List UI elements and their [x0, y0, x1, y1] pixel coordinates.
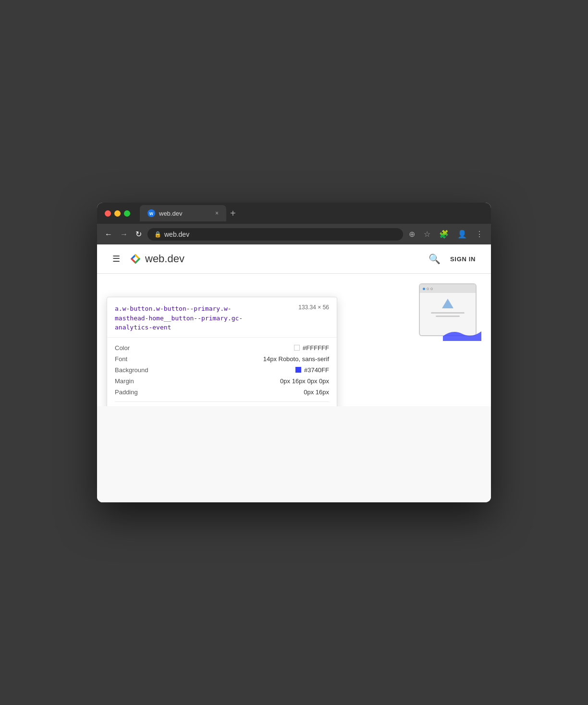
color-value: #FFFFFF [294, 344, 329, 352]
refresh-button[interactable]: ↻ [134, 228, 144, 241]
tooltip-padding-row: Padding 0px 16px [115, 387, 329, 398]
tooltip-margin-row: Margin 0px 16px 0px 0px [115, 376, 329, 387]
svg-text:w: w [149, 211, 153, 216]
tab-title: web.dev [159, 210, 211, 217]
mini-line-1 [431, 312, 465, 314]
extensions-icon[interactable]: 🧩 [437, 228, 451, 241]
mini-dot-2 [427, 288, 429, 290]
tooltip-font-row: Font 14px Roboto, sans-serif [115, 353, 329, 365]
tab-favicon: w [147, 209, 155, 217]
tooltip-popup: a.w-button.w-button--primary.w-masthead-… [107, 297, 337, 406]
lock-icon: 🔒 [154, 231, 161, 238]
site-logo: web.dev [128, 252, 184, 266]
tooltip-dimensions: 133.34 × 56 [298, 304, 329, 311]
mini-browser-content [420, 293, 476, 321]
margin-value: 0px 16px 0px 0px [280, 377, 329, 385]
tooltip-color-row: Color #FFFFFF [115, 342, 329, 353]
background-label: Background [115, 366, 148, 374]
back-button[interactable]: ← [103, 228, 114, 241]
mini-dot-1 [423, 288, 425, 290]
hero-image [419, 283, 481, 341]
accessibility-label: ACCESSIBILITY [115, 406, 329, 406]
forward-button[interactable]: → [118, 228, 130, 241]
toolbar-icons: ⊕ ☆ 🧩 👤 ⋮ [407, 228, 485, 241]
hero-wave [443, 327, 481, 341]
browser-window: w web.dev × + ← → ↻ 🔒 web.dev ⊕ ☆ 🧩 👤 ⋮ [97, 203, 491, 502]
menu-icon[interactable]: ⋮ [474, 228, 485, 241]
bottom-area [97, 406, 491, 502]
bookmark-icon[interactable]: ☆ [422, 228, 432, 241]
search-icon[interactable]: 🔍 [429, 253, 441, 265]
tooltip-background-row: Background #3740FF [115, 365, 329, 376]
active-tab[interactable]: w web.dev × [140, 205, 226, 221]
tooltip-divider [115, 401, 329, 402]
tooltip-header: a.w-button.w-button--primary.w-masthead-… [107, 297, 337, 338]
hero-section: re of your own nd analysis [97, 274, 491, 406]
padding-value: 0px 16px [304, 389, 329, 396]
margin-label: Margin [115, 377, 134, 385]
color-swatch-white [294, 345, 300, 351]
font-label: Font [115, 355, 127, 363]
website-content: ☰ web.dev 🔍 SIGN IN [97, 244, 491, 502]
hamburger-icon[interactable]: ☰ [112, 254, 120, 264]
traffic-lights [105, 210, 130, 217]
font-value: 14px Roboto, sans-serif [263, 355, 329, 363]
site-header-left: ☰ web.dev [112, 252, 184, 266]
minimize-button[interactable] [114, 210, 121, 217]
maximize-button[interactable] [124, 210, 130, 217]
tab-close-icon[interactable]: × [215, 210, 219, 217]
tooltip-body: Color #FFFFFF Font 14px Roboto, sans-ser… [107, 338, 337, 406]
browser-titlebar: w web.dev × + [97, 203, 491, 224]
site-header: ☰ web.dev 🔍 SIGN IN [97, 244, 491, 274]
tooltip-selector: a.w-button.w-button--primary.w-masthead-… [115, 304, 259, 332]
background-value: #3740FF [295, 366, 329, 374]
mini-browser-bar [420, 284, 476, 293]
zoom-icon[interactable]: ⊕ [407, 228, 417, 241]
padding-label: Padding [115, 389, 138, 396]
address-bar[interactable]: 🔒 web.dev [147, 228, 403, 241]
browser-toolbar: ← → ↻ 🔒 web.dev ⊕ ☆ 🧩 👤 ⋮ [97, 224, 491, 244]
new-tab-button[interactable]: + [230, 208, 236, 219]
tab-bar: w web.dev × + [140, 205, 483, 221]
sign-in-button[interactable]: SIGN IN [450, 255, 476, 263]
profile-icon[interactable]: 👤 [455, 228, 469, 241]
logo-icon [128, 252, 141, 266]
site-header-right: 🔍 SIGN IN [429, 253, 476, 265]
site-name: web.dev [145, 253, 184, 265]
mini-line-2 [436, 316, 460, 317]
url-display: web.dev [164, 231, 189, 238]
mini-dot-3 [430, 288, 433, 290]
mini-triangle-icon [442, 299, 453, 308]
color-label: Color [115, 344, 130, 352]
color-swatch-blue [295, 367, 301, 373]
close-button[interactable] [105, 210, 111, 217]
